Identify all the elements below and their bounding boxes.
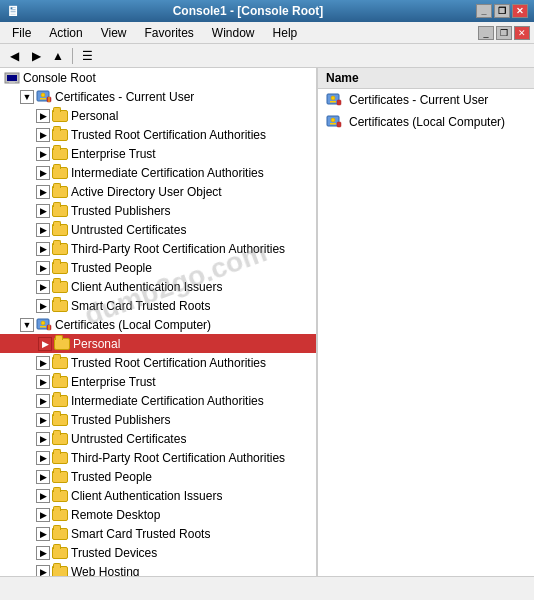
cu-thirdparty-label: Third-Party Root Certification Authoriti…: [71, 242, 285, 256]
tree-lc-trusted-root[interactable]: ▶ Trusted Root Certification Authorities: [0, 353, 316, 372]
tree-cu-enterprise[interactable]: ▶ Enterprise Trust: [0, 144, 316, 163]
exp-cu-intermediate[interactable]: ▶: [36, 166, 50, 180]
svg-point-14: [331, 96, 335, 100]
menu-close-button[interactable]: ✕: [514, 26, 530, 40]
folder-cu-enterprise: [52, 146, 68, 162]
exp-cu-trusted-publishers[interactable]: ▶: [36, 204, 50, 218]
expander-current-user[interactable]: ▼: [20, 90, 34, 104]
lc-enterprise-label: Enterprise Trust: [71, 375, 156, 389]
exp-lc-web-hosting[interactable]: ▶: [36, 565, 50, 577]
exp-lc-smartcard[interactable]: ▶: [36, 527, 50, 541]
menu-minimize-button[interactable]: _: [478, 26, 494, 40]
minimize-button[interactable]: _: [476, 4, 492, 18]
svg-point-9: [41, 321, 45, 325]
exp-lc-remote-desktop[interactable]: ▶: [36, 508, 50, 522]
tree-lc-trusted-devices[interactable]: ▶ Trusted Devices: [0, 543, 316, 562]
exp-cu-thirdparty[interactable]: ▶: [36, 242, 50, 256]
tree-certs-current-user[interactable]: ▼ Certificates - Current User: [0, 87, 316, 106]
toolbar-back[interactable]: ◀: [4, 46, 24, 66]
tree-cu-trusted-people[interactable]: ▶ Trusted People: [0, 258, 316, 277]
exp-lc-untrusted[interactable]: ▶: [36, 432, 50, 446]
toolbar-show-hide[interactable]: ☰: [77, 46, 97, 66]
tree-lc-trusted-publishers[interactable]: ▶ Trusted Publishers: [0, 410, 316, 429]
expander-local-computer[interactable]: ▼: [20, 318, 34, 332]
exp-lc-thirdparty[interactable]: ▶: [36, 451, 50, 465]
right-item-current-user-label: Certificates - Current User: [349, 93, 488, 107]
folder-lc-web-hosting: [52, 564, 68, 577]
exp-lc-client-auth[interactable]: ▶: [36, 489, 50, 503]
tree-console-root[interactable]: Console Root: [0, 68, 316, 87]
exp-cu-trusted-people[interactable]: ▶: [36, 261, 50, 275]
tree-lc-intermediate[interactable]: ▶ Intermediate Certification Authorities: [0, 391, 316, 410]
tree-cu-trusted-publishers[interactable]: ▶ Trusted Publishers: [0, 201, 316, 220]
tree-cu-smartcard[interactable]: ▶ Smart Card Trusted Roots: [0, 296, 316, 315]
folder-cu-personal: [52, 108, 68, 124]
exp-cu-ad-user[interactable]: ▶: [36, 185, 50, 199]
exp-lc-trusted-devices[interactable]: ▶: [36, 546, 50, 560]
tree-lc-smartcard[interactable]: ▶ Smart Card Trusted Roots: [0, 524, 316, 543]
tree-cu-untrusted[interactable]: ▶ Untrusted Certificates: [0, 220, 316, 239]
exp-lc-trusted-people[interactable]: ▶: [36, 470, 50, 484]
tree-lc-trusted-people[interactable]: ▶ Trusted People: [0, 467, 316, 486]
menu-view[interactable]: View: [93, 23, 135, 43]
certs-local-computer-label: Certificates (Local Computer): [55, 318, 211, 332]
folder-lc-thirdparty: [52, 450, 68, 466]
folder-lc-untrusted: [52, 431, 68, 447]
menu-bar: File Action View Favorites Window Help _…: [0, 22, 534, 44]
exp-lc-trusted-root[interactable]: ▶: [36, 356, 50, 370]
menu-favorites[interactable]: Favorites: [137, 23, 202, 43]
tree-cu-intermediate[interactable]: ▶ Intermediate Certification Authorities: [0, 163, 316, 182]
tree-lc-personal[interactable]: ▶ Personal: [0, 334, 316, 353]
tree-lc-untrusted[interactable]: ▶ Untrusted Certificates: [0, 429, 316, 448]
toolbar-up[interactable]: ▲: [48, 46, 68, 66]
exp-cu-personal[interactable]: ▶: [36, 109, 50, 123]
folder-cu-smartcard: [52, 298, 68, 314]
right-item-local-computer[interactable]: Certificates (Local Computer): [318, 111, 534, 133]
svg-point-4: [41, 93, 45, 97]
toolbar-forward[interactable]: ▶: [26, 46, 46, 66]
svg-rect-10: [40, 326, 46, 328]
right-cert-local-computer-icon: [326, 114, 342, 130]
close-button[interactable]: ✕: [512, 4, 528, 18]
console-root-label: Console Root: [23, 71, 96, 85]
exp-cu-untrusted[interactable]: ▶: [36, 223, 50, 237]
lc-client-auth-label: Client Authentication Issuers: [71, 489, 222, 503]
menu-help[interactable]: Help: [265, 23, 306, 43]
tree-certs-local-computer[interactable]: ▼ Certificates (Local Computer): [0, 315, 316, 334]
menu-restore-button[interactable]: ❒: [496, 26, 512, 40]
status-bar: [0, 576, 534, 600]
restore-button[interactable]: ❒: [494, 4, 510, 18]
menu-window[interactable]: Window: [204, 23, 263, 43]
tree-cu-trusted-root[interactable]: ▶ Trusted Root Certification Authorities: [0, 125, 316, 144]
tree-cu-client-auth[interactable]: ▶ Client Authentication Issuers: [0, 277, 316, 296]
menu-file[interactable]: File: [4, 23, 39, 43]
exp-lc-enterprise[interactable]: ▶: [36, 375, 50, 389]
exp-cu-trusted-root[interactable]: ▶: [36, 128, 50, 142]
tree-lc-thirdparty[interactable]: ▶ Third-Party Root Certification Authori…: [0, 448, 316, 467]
cu-trusted-publishers-label: Trusted Publishers: [71, 204, 171, 218]
svg-point-18: [331, 118, 335, 122]
exp-lc-personal[interactable]: ▶: [38, 337, 52, 351]
tree-cu-ad-user[interactable]: ▶ Active Directory User Object: [0, 182, 316, 201]
exp-lc-trusted-publishers[interactable]: ▶: [36, 413, 50, 427]
tree-cu-thirdparty[interactable]: ▶ Third-Party Root Certification Authori…: [0, 239, 316, 258]
menu-action[interactable]: Action: [41, 23, 90, 43]
exp-cu-smartcard[interactable]: ▶: [36, 299, 50, 313]
svg-rect-2: [9, 81, 15, 83]
right-cert-current-user-icon: [326, 92, 342, 108]
lc-intermediate-label: Intermediate Certification Authorities: [71, 394, 264, 408]
tree-lc-enterprise[interactable]: ▶ Enterprise Trust: [0, 372, 316, 391]
lc-remote-desktop-label: Remote Desktop: [71, 508, 160, 522]
app-icon: 🖥: [6, 3, 20, 19]
exp-lc-intermediate[interactable]: ▶: [36, 394, 50, 408]
cu-ad-user-label: Active Directory User Object: [71, 185, 222, 199]
exp-cu-client-auth[interactable]: ▶: [36, 280, 50, 294]
tree-lc-remote-desktop[interactable]: ▶ Remote Desktop: [0, 505, 316, 524]
exp-cu-enterprise[interactable]: ▶: [36, 147, 50, 161]
right-item-current-user[interactable]: Certificates - Current User: [318, 89, 534, 111]
tree-lc-client-auth[interactable]: ▶ Client Authentication Issuers: [0, 486, 316, 505]
tree-lc-web-hosting[interactable]: ▶ Web Hosting: [0, 562, 316, 576]
tree-cu-personal[interactable]: ▶ Personal: [0, 106, 316, 125]
cert-local-computer-icon: [36, 317, 52, 333]
svg-rect-19: [330, 123, 336, 125]
